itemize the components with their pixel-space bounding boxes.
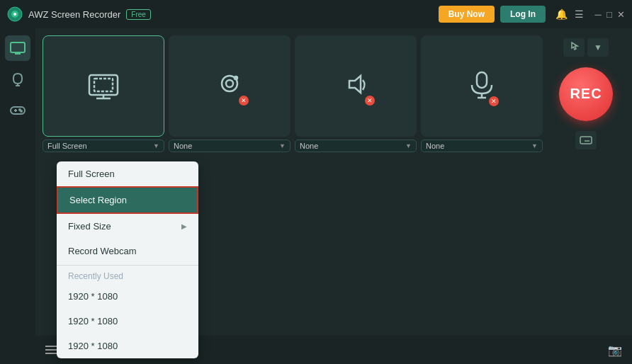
app-title: AWZ Screen Recorder <box>28 9 120 20</box>
svg-marker-20 <box>349 76 361 93</box>
bell-icon[interactable]: 🔔 <box>555 8 568 20</box>
log-in-button[interactable]: Log In <box>500 6 546 23</box>
screen-dropdown-menu: Full Screen Select Region Fixed Size ▶ R… <box>57 161 198 358</box>
sidebar <box>0 28 35 364</box>
mic-select-chevron-icon: ▼ <box>531 142 538 149</box>
dropdown-item-fixed-size[interactable]: Fixed Size ▶ <box>57 214 198 239</box>
dropdown-item-record-webcam[interactable]: Record Webcam <box>57 239 198 263</box>
svg-point-12 <box>21 110 22 112</box>
svg-rect-16 <box>94 79 113 91</box>
minimize-button[interactable]: ─ <box>594 10 602 18</box>
screen-select[interactable]: Full Screen ▼ <box>43 140 164 152</box>
svg-rect-21 <box>477 72 487 88</box>
svg-point-18 <box>226 80 233 87</box>
speaker-card[interactable]: ✕ <box>295 35 417 137</box>
title-bar: AWZ Screen Recorder Free Buy Now Log In … <box>0 0 632 28</box>
mic-select[interactable]: None ▼ <box>421 140 543 152</box>
maximize-button[interactable]: □ <box>605 10 614 18</box>
mouse-icon-button[interactable] <box>563 38 585 57</box>
dropdown-item-fullscreen[interactable]: Full Screen <box>57 161 198 186</box>
dropdown-item-select-region[interactable]: Select Region <box>57 186 198 214</box>
list-icon <box>45 345 57 355</box>
camera-x-badge: ✕ <box>239 96 249 106</box>
rec-column: ▼ REC <box>547 35 625 152</box>
menu-icon[interactable]: ☰ <box>575 8 584 20</box>
screen-select-label: Full Screen <box>47 142 153 150</box>
mic-card-group: ✕ None ▼ <box>421 35 543 152</box>
buy-now-button[interactable]: Buy Now <box>439 6 495 23</box>
app-logo-icon <box>7 6 23 22</box>
cards-area: Full Screen ▼ ✕ <box>43 35 543 152</box>
sidebar-item-screen[interactable] <box>5 35 30 61</box>
camera-select-label: None <box>174 142 279 150</box>
mic-card[interactable]: ✕ <box>421 35 543 137</box>
svg-rect-24 <box>580 137 592 144</box>
screen-select-chevron-icon: ▼ <box>153 142 159 149</box>
speaker-x-badge: ✕ <box>365 96 375 106</box>
svg-rect-8 <box>11 107 25 114</box>
sidebar-item-game[interactable] <box>5 98 30 123</box>
camera-card-group: ✕ None ▼ <box>169 35 290 152</box>
svg-point-2 <box>13 13 16 16</box>
dropdown-recent-item-1[interactable]: 1920 * 1080 <box>57 309 198 334</box>
rec-top-icons: ▼ <box>563 38 609 57</box>
rec-button[interactable]: REC <box>559 67 613 121</box>
keyboard-icon-button[interactable] <box>575 131 597 149</box>
camera-select-chevron-icon: ▼ <box>279 142 286 149</box>
mic-select-label: None <box>426 142 531 150</box>
dropdown-recently-used-label: Recently Used <box>57 267 198 284</box>
fixed-size-chevron-icon: ▶ <box>181 222 187 230</box>
free-badge: Free <box>126 9 151 20</box>
sidebar-item-audio[interactable] <box>5 67 30 92</box>
speaker-select-chevron-icon: ▼ <box>405 142 412 149</box>
screenshot-icon[interactable]: 📷 <box>608 343 622 357</box>
expand-icon-button[interactable]: ▼ <box>587 38 609 57</box>
rec-bottom-icons <box>575 131 597 149</box>
speaker-card-group: ✕ None ▼ <box>295 35 417 152</box>
dropdown-recent-item-2[interactable]: 1920 * 1080 <box>57 334 198 358</box>
controls-row: Full Screen ▼ ✕ <box>35 28 632 152</box>
camera-select[interactable]: None ▼ <box>169 140 290 152</box>
speaker-select-label: None <box>300 142 405 150</box>
dropdown-recent-item-0[interactable]: 1920 * 1080 <box>57 284 198 309</box>
screen-card[interactable] <box>43 35 164 137</box>
svg-rect-3 <box>11 42 25 52</box>
speaker-select[interactable]: None ▼ <box>295 140 417 152</box>
camera-card[interactable]: ✕ <box>169 35 290 137</box>
dropdown-divider <box>57 265 198 266</box>
mic-x-badge: ✕ <box>489 96 499 106</box>
close-button[interactable]: ✕ <box>616 10 625 18</box>
screen-card-group: Full Screen ▼ <box>43 35 164 152</box>
svg-point-19 <box>235 76 237 79</box>
